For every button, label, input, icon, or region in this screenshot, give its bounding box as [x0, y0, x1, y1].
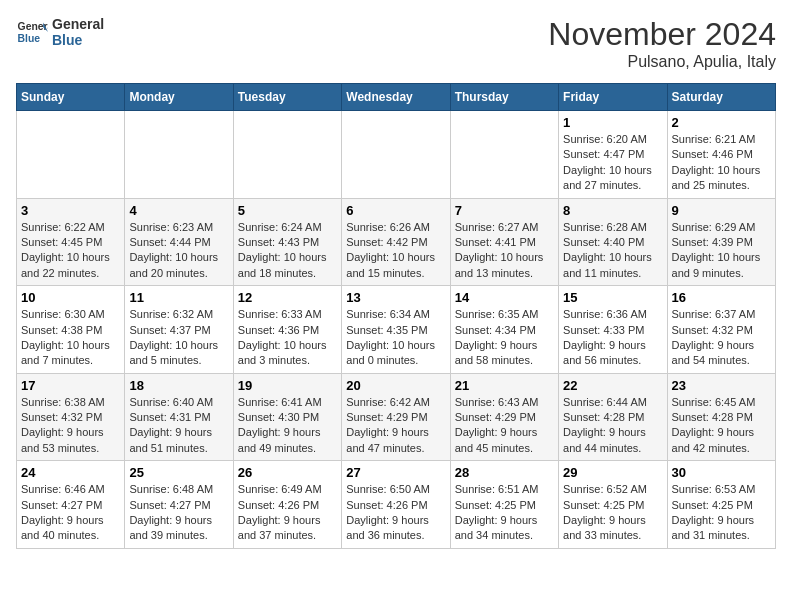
day-info: Sunrise: 6:35 AMSunset: 4:34 PMDaylight:… [455, 307, 554, 369]
day-info: Sunrise: 6:36 AMSunset: 4:33 PMDaylight:… [563, 307, 662, 369]
day-number: 30 [672, 465, 771, 480]
day-info: Sunrise: 6:49 AMSunset: 4:26 PMDaylight:… [238, 482, 337, 544]
day-info: Sunrise: 6:34 AMSunset: 4:35 PMDaylight:… [346, 307, 445, 369]
day-cell-1: 1Sunrise: 6:20 AMSunset: 4:47 PMDaylight… [559, 111, 667, 199]
day-cell-27: 27Sunrise: 6:50 AMSunset: 4:26 PMDayligh… [342, 461, 450, 549]
empty-cell [342, 111, 450, 199]
day-cell-7: 7Sunrise: 6:27 AMSunset: 4:41 PMDaylight… [450, 198, 558, 286]
day-cell-2: 2Sunrise: 6:21 AMSunset: 4:46 PMDaylight… [667, 111, 775, 199]
weekday-header-monday: Monday [125, 84, 233, 111]
day-cell-21: 21Sunrise: 6:43 AMSunset: 4:29 PMDayligh… [450, 373, 558, 461]
day-info: Sunrise: 6:41 AMSunset: 4:30 PMDaylight:… [238, 395, 337, 457]
day-number: 24 [21, 465, 120, 480]
day-cell-13: 13Sunrise: 6:34 AMSunset: 4:35 PMDayligh… [342, 286, 450, 374]
logo-icon: General Blue [16, 16, 48, 48]
day-number: 20 [346, 378, 445, 393]
day-cell-12: 12Sunrise: 6:33 AMSunset: 4:36 PMDayligh… [233, 286, 341, 374]
week-row-1: 1Sunrise: 6:20 AMSunset: 4:47 PMDaylight… [17, 111, 776, 199]
day-cell-8: 8Sunrise: 6:28 AMSunset: 4:40 PMDaylight… [559, 198, 667, 286]
day-number: 1 [563, 115, 662, 130]
day-info: Sunrise: 6:42 AMSunset: 4:29 PMDaylight:… [346, 395, 445, 457]
day-number: 11 [129, 290, 228, 305]
week-row-3: 10Sunrise: 6:30 AMSunset: 4:38 PMDayligh… [17, 286, 776, 374]
day-info: Sunrise: 6:24 AMSunset: 4:43 PMDaylight:… [238, 220, 337, 282]
day-info: Sunrise: 6:48 AMSunset: 4:27 PMDaylight:… [129, 482, 228, 544]
day-number: 27 [346, 465, 445, 480]
day-info: Sunrise: 6:27 AMSunset: 4:41 PMDaylight:… [455, 220, 554, 282]
weekday-header-row: SundayMondayTuesdayWednesdayThursdayFrid… [17, 84, 776, 111]
page-header: General Blue General Blue November 2024 … [16, 16, 776, 71]
day-number: 9 [672, 203, 771, 218]
day-number: 8 [563, 203, 662, 218]
title-block: November 2024 Pulsano, Apulia, Italy [548, 16, 776, 71]
day-info: Sunrise: 6:46 AMSunset: 4:27 PMDaylight:… [21, 482, 120, 544]
day-info: Sunrise: 6:32 AMSunset: 4:37 PMDaylight:… [129, 307, 228, 369]
day-cell-11: 11Sunrise: 6:32 AMSunset: 4:37 PMDayligh… [125, 286, 233, 374]
day-cell-18: 18Sunrise: 6:40 AMSunset: 4:31 PMDayligh… [125, 373, 233, 461]
location: Pulsano, Apulia, Italy [548, 53, 776, 71]
day-number: 6 [346, 203, 445, 218]
day-number: 29 [563, 465, 662, 480]
day-cell-26: 26Sunrise: 6:49 AMSunset: 4:26 PMDayligh… [233, 461, 341, 549]
day-cell-20: 20Sunrise: 6:42 AMSunset: 4:29 PMDayligh… [342, 373, 450, 461]
day-number: 2 [672, 115, 771, 130]
day-info: Sunrise: 6:37 AMSunset: 4:32 PMDaylight:… [672, 307, 771, 369]
empty-cell [125, 111, 233, 199]
day-cell-30: 30Sunrise: 6:53 AMSunset: 4:25 PMDayligh… [667, 461, 775, 549]
day-info: Sunrise: 6:52 AMSunset: 4:25 PMDaylight:… [563, 482, 662, 544]
day-info: Sunrise: 6:53 AMSunset: 4:25 PMDaylight:… [672, 482, 771, 544]
weekday-header-tuesday: Tuesday [233, 84, 341, 111]
day-info: Sunrise: 6:26 AMSunset: 4:42 PMDaylight:… [346, 220, 445, 282]
day-number: 18 [129, 378, 228, 393]
weekday-header-saturday: Saturday [667, 84, 775, 111]
day-cell-10: 10Sunrise: 6:30 AMSunset: 4:38 PMDayligh… [17, 286, 125, 374]
day-number: 4 [129, 203, 228, 218]
day-cell-29: 29Sunrise: 6:52 AMSunset: 4:25 PMDayligh… [559, 461, 667, 549]
day-number: 7 [455, 203, 554, 218]
weekday-header-sunday: Sunday [17, 84, 125, 111]
day-cell-16: 16Sunrise: 6:37 AMSunset: 4:32 PMDayligh… [667, 286, 775, 374]
week-row-4: 17Sunrise: 6:38 AMSunset: 4:32 PMDayligh… [17, 373, 776, 461]
day-info: Sunrise: 6:30 AMSunset: 4:38 PMDaylight:… [21, 307, 120, 369]
day-info: Sunrise: 6:23 AMSunset: 4:44 PMDaylight:… [129, 220, 228, 282]
day-info: Sunrise: 6:21 AMSunset: 4:46 PMDaylight:… [672, 132, 771, 194]
month-title: November 2024 [548, 16, 776, 53]
empty-cell [450, 111, 558, 199]
weekday-header-wednesday: Wednesday [342, 84, 450, 111]
day-info: Sunrise: 6:22 AMSunset: 4:45 PMDaylight:… [21, 220, 120, 282]
day-number: 3 [21, 203, 120, 218]
empty-cell [17, 111, 125, 199]
day-info: Sunrise: 6:50 AMSunset: 4:26 PMDaylight:… [346, 482, 445, 544]
day-number: 15 [563, 290, 662, 305]
day-number: 17 [21, 378, 120, 393]
day-info: Sunrise: 6:43 AMSunset: 4:29 PMDaylight:… [455, 395, 554, 457]
weekday-header-thursday: Thursday [450, 84, 558, 111]
day-cell-9: 9Sunrise: 6:29 AMSunset: 4:39 PMDaylight… [667, 198, 775, 286]
calendar-table: SundayMondayTuesdayWednesdayThursdayFrid… [16, 83, 776, 549]
logo-blue-text: Blue [52, 32, 104, 48]
day-info: Sunrise: 6:28 AMSunset: 4:40 PMDaylight:… [563, 220, 662, 282]
day-cell-25: 25Sunrise: 6:48 AMSunset: 4:27 PMDayligh… [125, 461, 233, 549]
day-cell-19: 19Sunrise: 6:41 AMSunset: 4:30 PMDayligh… [233, 373, 341, 461]
day-info: Sunrise: 6:33 AMSunset: 4:36 PMDaylight:… [238, 307, 337, 369]
logo-general-text: General [52, 16, 104, 32]
day-info: Sunrise: 6:38 AMSunset: 4:32 PMDaylight:… [21, 395, 120, 457]
day-number: 21 [455, 378, 554, 393]
weekday-header-friday: Friday [559, 84, 667, 111]
day-number: 14 [455, 290, 554, 305]
day-cell-5: 5Sunrise: 6:24 AMSunset: 4:43 PMDaylight… [233, 198, 341, 286]
day-cell-6: 6Sunrise: 6:26 AMSunset: 4:42 PMDaylight… [342, 198, 450, 286]
week-row-2: 3Sunrise: 6:22 AMSunset: 4:45 PMDaylight… [17, 198, 776, 286]
day-number: 28 [455, 465, 554, 480]
day-number: 12 [238, 290, 337, 305]
day-number: 25 [129, 465, 228, 480]
day-number: 16 [672, 290, 771, 305]
day-cell-4: 4Sunrise: 6:23 AMSunset: 4:44 PMDaylight… [125, 198, 233, 286]
day-number: 23 [672, 378, 771, 393]
day-cell-17: 17Sunrise: 6:38 AMSunset: 4:32 PMDayligh… [17, 373, 125, 461]
day-number: 19 [238, 378, 337, 393]
day-cell-15: 15Sunrise: 6:36 AMSunset: 4:33 PMDayligh… [559, 286, 667, 374]
day-number: 13 [346, 290, 445, 305]
day-cell-28: 28Sunrise: 6:51 AMSunset: 4:25 PMDayligh… [450, 461, 558, 549]
day-info: Sunrise: 6:51 AMSunset: 4:25 PMDaylight:… [455, 482, 554, 544]
